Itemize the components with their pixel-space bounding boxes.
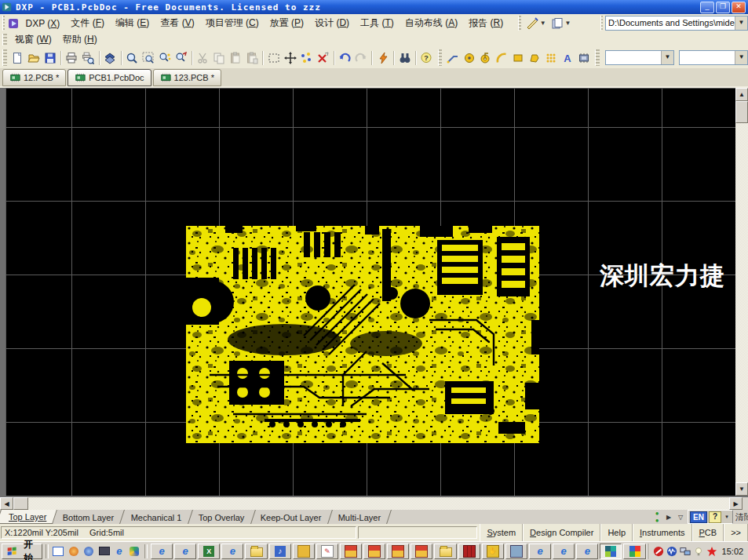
layer-tab-bottom[interactable]: Bottom Layer	[51, 510, 125, 524]
zoom-point-button[interactable]	[156, 49, 173, 67]
menu-place[interactable]: 放置 (P)	[265, 15, 309, 31]
menu-reports[interactable]: 报告 (R)	[463, 15, 509, 31]
menu-design[interactable]: 设计 (D)	[309, 15, 355, 31]
horizontal-scroll-thumb[interactable]	[13, 497, 28, 510]
move-selection-button[interactable]	[282, 49, 298, 67]
place-paste-array-button[interactable]	[543, 49, 560, 67]
taskbar-button-folder[interactable]	[434, 544, 456, 559]
menu-dxp[interactable]: DXP (X)	[20, 16, 65, 31]
taskbar-button-zip[interactable]	[410, 544, 432, 559]
taskbar-button-tools[interactable]	[482, 544, 504, 559]
close-button[interactable]: ✕	[732, 2, 746, 13]
language-help-icon[interactable]: ?	[709, 511, 721, 523]
horizontal-scrollbar[interactable]: ◀ ▶	[0, 497, 743, 510]
net-combobox[interactable]: ▼	[605, 50, 674, 65]
filter-funnel-icon[interactable]: ▽	[676, 512, 685, 522]
scatter-align-button[interactable]	[298, 49, 315, 67]
doc-tab-123pcb[interactable]: 123.PCB *	[153, 69, 221, 86]
help-button[interactable]	[418, 49, 435, 67]
menu-project[interactable]: 项目管理 (C)	[200, 15, 265, 31]
doc-tab-pcb1[interactable]: PCB1.PcbDoc	[68, 69, 151, 86]
minimize-button[interactable]: _	[700, 2, 714, 13]
taskbar-button-ie[interactable]	[174, 544, 196, 559]
pcb-canvas[interactable]: 深圳宏力捷	[5, 88, 735, 496]
taskbar-button-ie[interactable]	[553, 544, 575, 559]
report-tool-dropdown[interactable]: ▼	[549, 16, 574, 31]
paste-button[interactable]	[228, 49, 244, 67]
redo-button[interactable]	[353, 49, 370, 67]
scroll-up-icon[interactable]: ▲	[735, 88, 748, 101]
toolbar-grip[interactable]	[438, 49, 443, 67]
zoom-all-button[interactable]	[123, 49, 140, 67]
place-pad-button[interactable]	[461, 49, 477, 67]
taskbar-button-home[interactable]	[293, 544, 315, 559]
path-combobox[interactable]: D:\Documents and Settings\midea\桌面 ▼	[605, 16, 748, 31]
cut-button[interactable]	[195, 49, 211, 67]
taskbar-button-zip[interactable]	[387, 544, 409, 559]
place-string-button[interactable]	[559, 49, 575, 67]
vertical-scroll-thumb[interactable]	[735, 101, 748, 123]
chevron-down-icon[interactable]: ▼	[735, 51, 747, 64]
paste-array-button[interactable]	[244, 49, 261, 67]
taskbar-button-paint[interactable]	[316, 544, 338, 559]
taskbar-button-folder[interactable]	[245, 544, 267, 559]
new-document-button[interactable]	[9, 49, 26, 67]
quicklaunch-calculator[interactable]	[97, 544, 111, 558]
panel-edge-strip[interactable]	[0, 88, 5, 497]
play-icon[interactable]: ▶	[664, 512, 673, 522]
place-fill-button[interactable]	[510, 49, 527, 67]
more-panels-button[interactable]: >>	[724, 524, 748, 541]
copy-button[interactable]	[211, 49, 228, 67]
system-panel-button[interactable]: System	[480, 524, 523, 541]
place-arc-button[interactable]	[494, 49, 510, 67]
quicklaunch-internet-explorer[interactable]	[112, 544, 126, 558]
scroll-down-icon[interactable]: ▼	[735, 482, 748, 496]
chevron-down-icon[interactable]: ▼	[661, 51, 673, 64]
class-combobox[interactable]: ▼	[679, 50, 748, 65]
alert-bulb-icon[interactable]	[706, 546, 717, 557]
taskbar-button-ie[interactable]	[529, 544, 551, 559]
help-panel-button[interactable]: Help	[600, 524, 633, 541]
menu-view[interactable]: 查看 (V)	[155, 15, 199, 31]
scroll-right-icon[interactable]: ▶	[729, 497, 743, 510]
taskbar-button-books[interactable]	[458, 544, 480, 559]
place-line-button[interactable]	[444, 49, 461, 67]
start-button[interactable]: 开始	[2, 544, 42, 559]
toolbar-grip[interactable]	[2, 49, 7, 67]
menu-tools[interactable]: 工具 (T)	[355, 15, 400, 31]
select-area-button[interactable]	[265, 49, 282, 67]
mute-icon[interactable]	[653, 546, 664, 557]
dxp-menu-icon[interactable]	[7, 17, 20, 30]
bulb-icon[interactable]	[693, 546, 704, 557]
layer-tab-mechanical1[interactable]: Mechanical 1	[119, 510, 193, 524]
save-document-button[interactable]	[42, 49, 58, 67]
instruments-panel-button[interactable]: Instruments	[633, 524, 691, 541]
menu-window[interactable]: 视窗 (W)	[9, 31, 57, 48]
place-via-button[interactable]	[477, 49, 494, 67]
taskbar-button-media[interactable]	[269, 544, 291, 559]
place-polygon-button[interactable]	[527, 49, 543, 67]
chevron-down-icon[interactable]: ▼	[735, 16, 747, 30]
taskbar-button-ie[interactable]	[221, 544, 243, 559]
quicklaunch-media-player[interactable]	[67, 544, 80, 558]
vertical-scrollbar[interactable]: ▲ ▼	[735, 88, 748, 496]
layer-tab-top[interactable]: Top Layer	[0, 510, 57, 524]
toolbar-grip[interactable]	[2, 34, 7, 45]
toolbar-grip[interactable]	[600, 16, 603, 30]
print-preview-button[interactable]	[80, 49, 97, 67]
status-dots-icon[interactable]: ●●	[652, 512, 662, 522]
pcb-panel-button[interactable]: PCB	[692, 524, 724, 541]
find-component-button[interactable]	[396, 49, 413, 67]
menu-edit[interactable]: 编辑 (E)	[110, 15, 155, 31]
doc-tab-12pcb[interactable]: 12.PCB *	[2, 69, 66, 86]
title-bar[interactable]: DXP - PCB1.PcbDoc - Free Documents. Lice…	[0, 0, 748, 14]
taskbar-button-excel[interactable]	[198, 544, 220, 559]
undo-button[interactable]	[337, 49, 353, 67]
menu-file[interactable]: 文件 (F)	[65, 15, 110, 31]
taskbar-button-zip[interactable]	[340, 544, 362, 559]
zoom-selected-button[interactable]	[173, 49, 189, 67]
toolbar-grip[interactable]	[595, 49, 600, 67]
quicklaunch-messenger[interactable]	[82, 544, 95, 558]
browse-layers-button[interactable]	[102, 49, 119, 67]
layer-tab-keepout[interactable]: Keep-Out Layer	[249, 510, 333, 524]
